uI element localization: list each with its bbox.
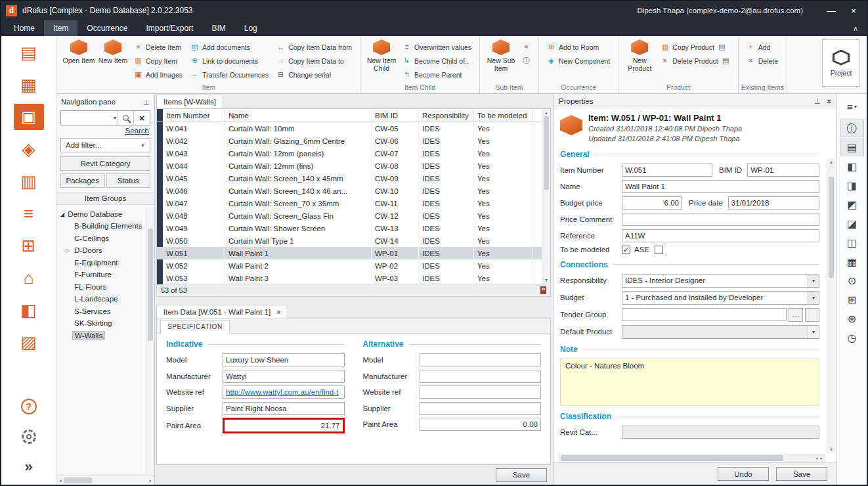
indicative-paint-area-input[interactable]: 21.77 [223, 418, 345, 433]
reports-icon[interactable]: ▨ [1, 326, 56, 358]
undo-button[interactable]: Undo [718, 467, 769, 481]
add-images-button[interactable]: ▣Add Images [133, 69, 184, 80]
budget-price-input[interactable]: 6.00 [622, 196, 682, 210]
Curtain Wall: 10mm[interactable]: W.041 Curtain Wall: 10mm CW-05 IDES Yes [157, 122, 550, 135]
note-input[interactable]: Colour - Natures Bloom [560, 359, 819, 406]
copy-item-data-to-button[interactable]: →Copy Item Data to [275, 55, 353, 66]
pin-icon[interactable]: ⊤ [814, 97, 821, 105]
delete-sub-item-button[interactable]: × [521, 41, 532, 53]
search-input[interactable]: ▾ [61, 111, 118, 125]
new-sub-item-button[interactable]: New Sub Item [484, 37, 518, 83]
scroll-right-icon[interactable]: ▸ [819, 454, 823, 462]
Curtain Wall: Screen_Glass Fin[interactable]: W.048 Curtain Wall: Screen_Glass Fin CW-… [157, 210, 550, 222]
revit-category-button[interactable]: Revit Category [60, 156, 150, 171]
tree-scrollbar[interactable] [146, 208, 154, 474]
packages-button[interactable]: Packages [60, 173, 105, 188]
collapse-ribbon-icon[interactable]: ∧ [853, 20, 858, 36]
column-header[interactable]: To be modeled [474, 109, 533, 121]
tab-bim[interactable]: BIM [202, 20, 234, 36]
indicative-website-link[interactable]: http://www.wattyl.com.au/en/find-t [223, 386, 345, 399]
table-scrollbar[interactable]: ▲ ▼ [542, 109, 550, 284]
close-tab-icon[interactable]: × [276, 308, 280, 316]
default-product-dropdown[interactable]: ▼ [622, 325, 819, 339]
tab-item[interactable]: Item [44, 20, 77, 36]
attachments-icon[interactable]: ▥ [1, 165, 56, 197]
name-input[interactable]: Wall Paint 1 [622, 180, 819, 193]
pin-icon[interactable]: ⊤ [143, 98, 150, 106]
indicative-model-input[interactable]: Luxury Low Sheen [223, 353, 345, 366]
column-header[interactable]: Responsibility [419, 109, 474, 121]
delete-existing-item-button[interactable]: ×Delete [745, 55, 779, 66]
tree-item[interactable]: L-Landscape [59, 293, 153, 305]
properties-save-button[interactable]: Save [776, 467, 827, 481]
product-panel-icon[interactable]: ◧ [840, 158, 864, 175]
minimize-button[interactable]: — [820, 3, 842, 18]
Wall Paint 1[interactable]: W.051 Wall Paint 1 WP-01 IDES Yes [157, 247, 550, 259]
transfer-occurrences-button[interactable]: →Transfer Occurrences [189, 69, 270, 80]
scroll-up-icon[interactable]: ▲ [829, 158, 835, 166]
revit-category-input[interactable] [622, 426, 819, 439]
tree-expanded-icon[interactable]: ◢ [60, 211, 64, 217]
change-serial-button[interactable]: ⊟Change serial [275, 69, 353, 80]
properties-horizontal-scrollbar[interactable]: ◂ ▸ [559, 454, 825, 462]
systems-icon[interactable]: ◧ [1, 294, 56, 326]
model-panel-icon[interactable]: ◫ [840, 234, 864, 252]
delete-product-button[interactable]: ×Delete Product▤ [659, 55, 731, 66]
history-panel-icon[interactable]: ◷ [840, 329, 864, 347]
Curtain Wall: 12mm (fins)[interactable]: W.044 Curtain Wall: 12mm (fins) CW-08 ID… [157, 160, 550, 172]
Curtain Wall Type 1[interactable]: W.050 Curtain Wall Type 1 CW-14 IDES Yes [157, 234, 550, 247]
sub-item-info-button[interactable]: ⓘ [521, 55, 532, 66]
help-icon[interactable]: ? [1, 391, 56, 422]
filter-indicator-icon[interactable] [540, 286, 546, 294]
tab-home[interactable]: Home [5, 20, 44, 36]
tree-item[interactable]: ▷ D-Doors [59, 244, 153, 257]
price-comment-input[interactable] [622, 213, 819, 226]
expand-sidebar-icon[interactable]: » [1, 452, 56, 482]
alternative-paint-area-input[interactable]: 0.00 [420, 418, 542, 431]
scroll-left-icon[interactable]: ◂ [58, 477, 62, 484]
new-item-button[interactable]: New Item [96, 37, 130, 83]
add-filter-dropdown[interactable]: Add filter... ▼ [60, 138, 150, 152]
scroll-right-icon[interactable]: ▸ [148, 477, 152, 484]
copy-item-button[interactable]: ▥Copy Item [133, 55, 184, 66]
new-item-child-button[interactable]: New Item Child [364, 37, 399, 83]
tree-item[interactable]: S-Services [59, 305, 153, 318]
tender-group-input[interactable] [622, 308, 787, 321]
tab-log[interactable]: Log [235, 20, 267, 36]
price-date-input[interactable]: 31/01/2018 [728, 196, 819, 210]
room-function-icon[interactable]: ▦ [1, 68, 56, 100]
tender-group-clear-button[interactable] [805, 308, 819, 322]
become-child-button[interactable]: ↳Become Child of.. [401, 55, 473, 66]
scroll-left-icon[interactable]: ◂ [815, 454, 819, 462]
tab-import-export[interactable]: Import/Export [137, 20, 202, 36]
copy-product-button[interactable]: ▥Copy Product▤ [659, 41, 731, 53]
new-component-button[interactable]: ◈New Component [546, 55, 611, 66]
tree-item[interactable]: SK-Skirting [59, 317, 153, 330]
items-icon[interactable]: ▣ [1, 100, 56, 133]
specification-tab[interactable]: SPECIFICATION [160, 320, 230, 334]
camera-icon[interactable]: ⊙ [840, 272, 864, 290]
classification-panel-icon[interactable]: ▦ [840, 253, 864, 271]
copy-item-data-from-button[interactable]: ←Copy Item Data from [275, 41, 353, 53]
close-panel-icon[interactable]: × [827, 97, 831, 105]
item-data-panel-icon[interactable]: ▤ [840, 139, 864, 156]
ase-checkbox[interactable] [655, 246, 663, 254]
Wall Paint 2[interactable]: W.052 Wall Paint 2 WP-02 IDES Yes [157, 259, 550, 272]
Curtain Wall: Screen_140 x 45mm[interactable]: W.045 Curtain Wall: Screen_140 x 45mm CW… [157, 172, 550, 185]
tree-item[interactable]: FL-Floors [59, 281, 153, 294]
delete-item-button[interactable]: ×Delete Item [133, 41, 184, 53]
project-button[interactable]: Project [822, 39, 860, 87]
alternative-model-input[interactable] [420, 353, 542, 366]
open-item-button[interactable]: Open Item [62, 37, 96, 83]
new-product-button[interactable]: New Product [622, 37, 657, 83]
alternative-manufacturer-input[interactable] [420, 370, 542, 383]
Curtain Wall: 12mm (panels)[interactable]: W.043 Curtain Wall: 12mm (panels) CW-07 … [157, 147, 550, 160]
Curtain Wall: Screen_140 x 46 an...[interactable]: W.046 Curtain Wall: Screen_140 x 46 an..… [157, 185, 550, 197]
rooms-icon[interactable]: ▤ [1, 36, 56, 68]
items-tab[interactable]: Items [W-Walls] [156, 95, 223, 108]
search-dropdown-icon[interactable]: ▾ [114, 115, 116, 121]
tab-occurrence[interactable]: Occurrence [77, 20, 137, 36]
Wall Paint 3[interactable]: W.053 Wall Paint 3 WP-03 IDES Yes [157, 272, 550, 284]
add-to-room-button[interactable]: ⊞Add to Room [546, 41, 611, 53]
tree-item[interactable]: W-Walls [59, 330, 153, 342]
